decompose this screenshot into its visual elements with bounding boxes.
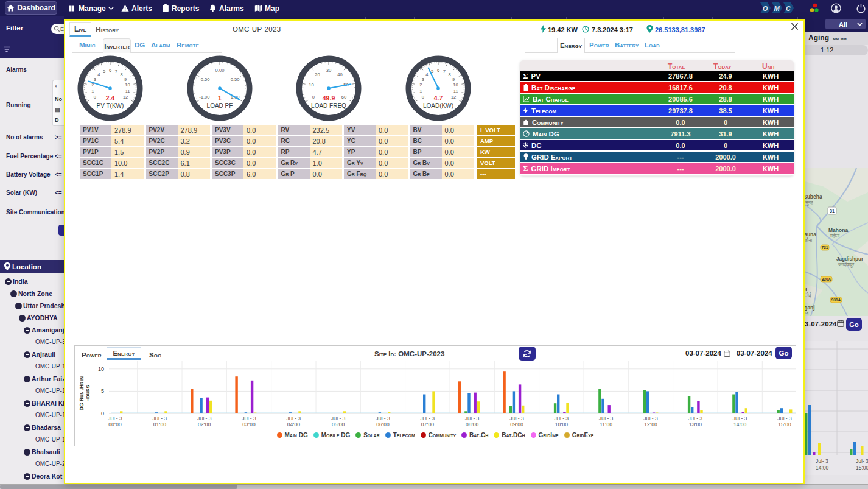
svg-text:HOURS: HOURS xyxy=(85,385,91,401)
svg-text:सुबह: सुबह xyxy=(805,200,813,206)
svg-text:9: 9 xyxy=(124,77,127,82)
svg-text:oi: oi xyxy=(805,286,807,292)
svg-text:Jul- 3: Jul- 3 xyxy=(816,458,828,464)
svg-text:nganj: nganj xyxy=(805,304,815,311)
svg-text:60: 60 xyxy=(341,94,346,100)
svg-text:0: 0 xyxy=(312,94,315,100)
svg-text:2.4: 2.4 xyxy=(106,94,115,102)
svg-text:10: 10 xyxy=(309,82,313,88)
svg-text:20: 20 xyxy=(315,72,320,77)
svg-text:4: 4 xyxy=(425,72,428,77)
svg-text:O: O xyxy=(763,5,768,12)
svg-text:330A: 330A xyxy=(822,277,831,281)
svg-text:8: 8 xyxy=(120,72,122,77)
svg-text:12: 12 xyxy=(123,94,128,100)
svg-text:1: 1 xyxy=(218,94,222,102)
svg-text:05:00: 05:00 xyxy=(332,421,345,427)
svg-text:40: 40 xyxy=(337,72,342,77)
svg-text:5: 5 xyxy=(103,69,105,74)
svg-text:JUL- 3: JUL- 3 xyxy=(421,415,435,421)
svg-text:14:00: 14:00 xyxy=(816,465,829,471)
svg-text:10: 10 xyxy=(453,82,458,88)
svg-text:07:00: 07:00 xyxy=(421,421,435,427)
svg-text:04:00: 04:00 xyxy=(287,421,301,427)
svg-text:0: 0 xyxy=(94,94,96,100)
svg-text:JUL- 3: JUL- 3 xyxy=(153,415,167,421)
svg-text:03:00: 03:00 xyxy=(242,421,256,427)
svg-text:JUL- 3: JUL- 3 xyxy=(108,415,122,421)
svg-text:Mahona: Mahona xyxy=(828,227,848,233)
svg-text:00:00: 00:00 xyxy=(108,421,122,427)
svg-text:0.00: 0.00 xyxy=(215,68,225,73)
svg-text:931A: 931A xyxy=(831,298,841,302)
svg-text:JUL- 3: JUL- 3 xyxy=(287,415,301,421)
svg-text:30: 30 xyxy=(326,68,331,73)
svg-text:Jul- 3: Jul- 3 xyxy=(856,458,868,464)
svg-text:LOAD(KW): LOAD(KW) xyxy=(423,102,453,109)
svg-text:महौना: महौना xyxy=(805,237,812,243)
svg-text:Jagdishpur: Jagdishpur xyxy=(836,256,864,262)
svg-text:08:00: 08:00 xyxy=(466,421,479,427)
svg-text:10: 10 xyxy=(98,366,104,372)
svg-text:5: 5 xyxy=(101,388,104,394)
svg-text:14:00: 14:00 xyxy=(733,421,747,427)
svg-text:JUL- 3: JUL- 3 xyxy=(331,415,346,421)
svg-text:06:00: 06:00 xyxy=(376,421,390,427)
svg-text:DG RUN .HR IN: DG RUN .HR IN xyxy=(79,376,85,410)
svg-text:JUL- 3: JUL- 3 xyxy=(555,415,569,421)
svg-text:JUL- 3: JUL- 3 xyxy=(197,415,212,421)
svg-text:15:00: 15:00 xyxy=(778,421,791,427)
svg-text:7: 7 xyxy=(443,69,446,74)
svg-text:9: 9 xyxy=(452,77,455,82)
svg-text:02:00: 02:00 xyxy=(198,421,211,427)
svg-text:महोना: महोना xyxy=(830,233,839,239)
svg-text:जगदीशपुर: जगदीशपुर xyxy=(838,262,855,268)
svg-text:7: 7 xyxy=(115,69,117,74)
svg-text:12:00: 12:00 xyxy=(644,421,657,427)
svg-text:15:00: 15:00 xyxy=(856,465,868,471)
svg-text:13:00: 13:00 xyxy=(689,421,702,427)
svg-text:JUL- 3: JUL- 3 xyxy=(242,415,256,421)
svg-text:731: 731 xyxy=(822,245,828,250)
svg-text:0: 0 xyxy=(422,94,424,100)
svg-text:3: 3 xyxy=(94,77,96,82)
svg-text:ोई: ोई xyxy=(805,292,811,298)
svg-text:0: 0 xyxy=(101,410,104,417)
svg-text:10: 10 xyxy=(125,82,130,88)
svg-text:गंज: गंज xyxy=(805,311,809,316)
svg-text:11:00: 11:00 xyxy=(600,421,612,427)
svg-text:C: C xyxy=(786,5,791,12)
svg-text:09:00: 09:00 xyxy=(510,421,523,427)
svg-text:JUL- 3: JUL- 3 xyxy=(599,415,614,421)
svg-text:1: 1 xyxy=(91,88,94,94)
svg-text:10:00: 10:00 xyxy=(555,421,569,427)
svg-text:JUL- 3: JUL- 3 xyxy=(688,415,703,421)
svg-text:31: 31 xyxy=(830,209,835,213)
svg-text:2: 2 xyxy=(419,82,422,88)
svg-text:JUL- 3: JUL- 3 xyxy=(376,415,390,421)
svg-text:PV T(KW): PV T(KW) xyxy=(97,102,124,109)
svg-text:6: 6 xyxy=(437,68,439,73)
svg-text:6: 6 xyxy=(109,68,111,73)
svg-text:11: 11 xyxy=(125,88,130,94)
svg-text:JUL- 3: JUL- 3 xyxy=(509,415,524,421)
svg-text:LOAD PF: LOAD PF xyxy=(207,102,233,109)
svg-text:11: 11 xyxy=(453,88,458,94)
svg-text:JUL- 3: JUL- 3 xyxy=(777,415,792,421)
svg-text:01:00: 01:00 xyxy=(153,421,167,427)
svg-text:8: 8 xyxy=(448,72,450,77)
svg-text:JUL- 3: JUL- 3 xyxy=(643,415,658,421)
svg-text:0.50: 0.50 xyxy=(231,77,240,82)
svg-text:M: M xyxy=(774,5,780,12)
svg-text:4: 4 xyxy=(97,72,100,77)
svg-text:JUL- 3: JUL- 3 xyxy=(733,415,747,421)
svg-text:12: 12 xyxy=(451,94,456,100)
svg-text:1: 1 xyxy=(419,88,422,94)
svg-text:LOAD FREQ: LOAD FREQ xyxy=(311,102,346,109)
svg-text:49.9: 49.9 xyxy=(323,94,335,102)
svg-text:-1.00: -1.00 xyxy=(199,94,209,100)
svg-text:3: 3 xyxy=(422,77,424,82)
svg-text:4.7: 4.7 xyxy=(434,94,443,102)
svg-text:JUL- 3: JUL- 3 xyxy=(465,415,480,421)
svg-text:-0.50: -0.50 xyxy=(199,77,209,82)
